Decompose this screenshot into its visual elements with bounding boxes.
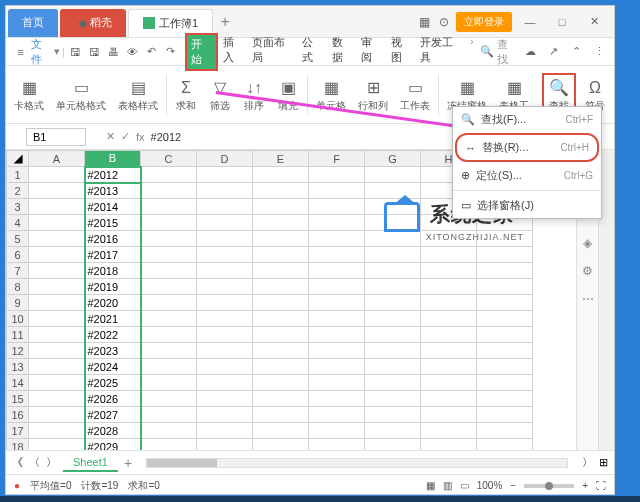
cell[interactable]: [365, 295, 421, 311]
cell[interactable]: [365, 199, 421, 215]
minimize-button[interactable]: —: [516, 10, 544, 34]
cell[interactable]: [421, 279, 477, 295]
cell[interactable]: [197, 375, 253, 391]
row-header[interactable]: 4: [7, 215, 29, 231]
cell[interactable]: [477, 295, 533, 311]
cell[interactable]: [253, 375, 309, 391]
cell[interactable]: #2018: [85, 263, 141, 279]
cell[interactable]: #2017: [85, 247, 141, 263]
cell[interactable]: #2029: [85, 439, 141, 451]
cell[interactable]: [253, 279, 309, 295]
collapse-icon[interactable]: ⌃: [568, 43, 585, 61]
cell[interactable]: [365, 311, 421, 327]
cell[interactable]: [309, 295, 365, 311]
cloud-icon[interactable]: ☁: [522, 43, 539, 61]
cell[interactable]: [309, 343, 365, 359]
table-row[interactable]: 15#2026: [7, 391, 533, 407]
cell[interactable]: [29, 359, 85, 375]
cell[interactable]: [141, 215, 197, 231]
cell[interactable]: [253, 183, 309, 199]
rg-format1[interactable]: ▦卡格式: [10, 75, 48, 115]
menu-item-find[interactable]: 🔍 查找(F)... Ctrl+F: [453, 107, 601, 132]
cell[interactable]: [309, 199, 365, 215]
cell[interactable]: [309, 231, 365, 247]
menu-tab-more[interactable]: ›: [466, 33, 478, 71]
cell[interactable]: [29, 327, 85, 343]
next-sheet-icon[interactable]: 〉: [46, 455, 57, 470]
row-header[interactable]: 12: [7, 343, 29, 359]
cell[interactable]: [365, 263, 421, 279]
undo-icon[interactable]: ↶: [143, 43, 160, 61]
row-header[interactable]: 15: [7, 391, 29, 407]
row-header[interactable]: 16: [7, 407, 29, 423]
horizontal-scrollbar[interactable]: [146, 458, 568, 468]
cell[interactable]: [29, 247, 85, 263]
rg-filter[interactable]: ▽筛选: [205, 75, 235, 115]
table-row[interactable]: 6#2017: [7, 247, 533, 263]
cell[interactable]: [141, 343, 197, 359]
table-row[interactable]: 13#2024: [7, 359, 533, 375]
menu-tab-dev[interactable]: 开发工具: [416, 33, 465, 71]
cell[interactable]: [421, 407, 477, 423]
cell[interactable]: [365, 167, 421, 183]
cell[interactable]: [365, 215, 421, 231]
cell[interactable]: [29, 375, 85, 391]
cell[interactable]: [477, 327, 533, 343]
cell[interactable]: [365, 439, 421, 451]
cell[interactable]: [253, 423, 309, 439]
menu-file[interactable]: 文件: [31, 37, 52, 67]
cell[interactable]: [253, 359, 309, 375]
cell[interactable]: [421, 439, 477, 451]
zoom-in[interactable]: +: [582, 480, 588, 491]
col-header-e[interactable]: E: [253, 151, 309, 167]
cell[interactable]: [197, 199, 253, 215]
rg-rowcol[interactable]: ⊞行和列: [354, 75, 392, 115]
cell[interactable]: [309, 263, 365, 279]
cell[interactable]: [477, 231, 533, 247]
redo-icon[interactable]: ↷: [162, 43, 179, 61]
rg-sheet[interactable]: ▭工作表: [396, 75, 434, 115]
table-row[interactable]: 12#2023: [7, 343, 533, 359]
rg-format2[interactable]: ▭单元格格式: [52, 75, 110, 115]
sheet-add[interactable]: +: [124, 455, 132, 471]
side-toggle-icon[interactable]: ⊞: [599, 456, 608, 469]
table-row[interactable]: 10#2021: [7, 311, 533, 327]
cell[interactable]: [421, 311, 477, 327]
menu-tab-layout[interactable]: 页面布局: [248, 33, 297, 71]
cell[interactable]: [421, 343, 477, 359]
wifi-icon[interactable]: ⊙: [436, 14, 452, 30]
row-header[interactable]: 14: [7, 375, 29, 391]
record-icon[interactable]: ●: [14, 480, 20, 491]
cell[interactable]: [421, 375, 477, 391]
maximize-button[interactable]: □: [548, 10, 576, 34]
cell[interactable]: [29, 311, 85, 327]
cell[interactable]: [141, 279, 197, 295]
cell[interactable]: #2022: [85, 327, 141, 343]
row-header[interactable]: 11: [7, 327, 29, 343]
cell[interactable]: #2014: [85, 199, 141, 215]
cell[interactable]: [309, 359, 365, 375]
login-button[interactable]: 立即登录: [456, 12, 512, 32]
cell[interactable]: [365, 343, 421, 359]
cell[interactable]: [253, 391, 309, 407]
cell[interactable]: [421, 231, 477, 247]
cell[interactable]: [141, 167, 197, 183]
table-row[interactable]: 9#2020: [7, 295, 533, 311]
cell[interactable]: [309, 407, 365, 423]
menu-tab-data[interactable]: 数据: [328, 33, 356, 71]
col-header-d[interactable]: D: [197, 151, 253, 167]
cell[interactable]: [29, 343, 85, 359]
cell[interactable]: [197, 247, 253, 263]
menu-item-goto[interactable]: ⊕ 定位(S)... Ctrl+G: [453, 163, 601, 188]
cell[interactable]: [29, 391, 85, 407]
cell[interactable]: [197, 231, 253, 247]
cell[interactable]: [365, 231, 421, 247]
cell[interactable]: [141, 199, 197, 215]
cell[interactable]: [141, 423, 197, 439]
cell[interactable]: #2025: [85, 375, 141, 391]
row-header[interactable]: 9: [7, 295, 29, 311]
row-header[interactable]: 6: [7, 247, 29, 263]
cell[interactable]: [197, 439, 253, 451]
row-header[interactable]: 10: [7, 311, 29, 327]
cell[interactable]: [365, 359, 421, 375]
